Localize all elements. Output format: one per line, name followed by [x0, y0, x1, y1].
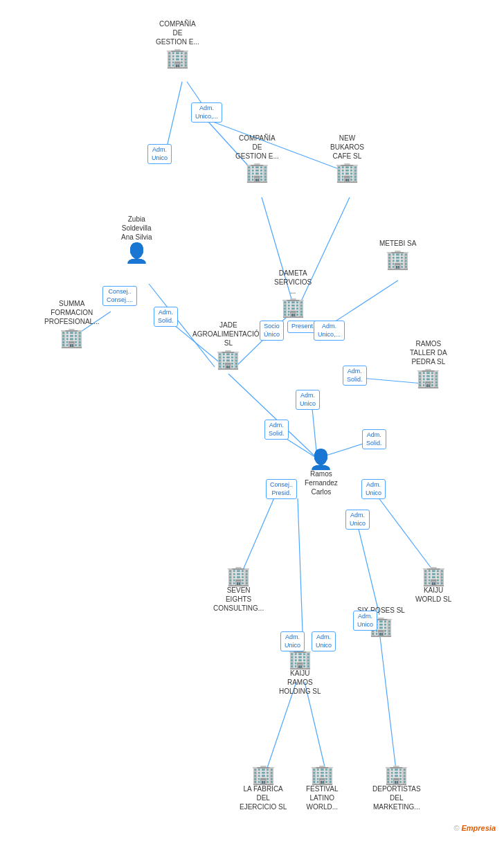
node-jade[interactable]: JADE AGROALIMENTACIÓN SL 🏢	[192, 321, 264, 369]
badge-adm-solid-zubia[interactable]: Adm.Solid.	[154, 307, 178, 327]
svg-line-14	[241, 492, 277, 575]
building-icon: 🏢	[310, 765, 334, 784]
badge-adm-unico-mid[interactable]: Adm.Unico	[296, 390, 320, 410]
building-icon: 🏢	[281, 298, 305, 317]
building-icon: 🏢	[165, 48, 190, 68]
person-icon: 👤	[309, 450, 333, 469]
node-compania-mid[interactable]: COMPAÑÍA DE GESTION E... 🏢	[235, 134, 279, 182]
building-icon: 🏢	[335, 163, 359, 182]
badge-adm-solid-3[interactable]: Adm.Solid.	[362, 429, 386, 449]
svg-line-21	[379, 631, 396, 770]
node-kaiju-ramos[interactable]: 🏢 KAIJU RAMOS HOLDING SL	[279, 649, 321, 698]
badge-adm-solid-2[interactable]: Adm.Solid.	[264, 420, 289, 440]
connections-svg	[0, 0, 504, 838]
brand-name: Empresia	[461, 824, 496, 832]
badge-adm-solid-1[interactable]: Adm.Solid.	[343, 366, 367, 386]
org-chart: COMPAÑÍA DE GESTION E... 🏢 COMPAÑÍA DE G…	[0, 0, 504, 838]
building-icon: 🏢	[422, 566, 446, 586]
badge-adm-unico-top[interactable]: Adm.Unico,...	[191, 102, 222, 123]
badge-adm-unico-kaiju1[interactable]: Adm.Unico	[280, 631, 305, 651]
building-icon: 🏢	[288, 649, 312, 669]
node-ramos-taller[interactable]: RAMOS TALLER DA PEDRA SL 🏢	[410, 339, 447, 388]
building-icon: 🏢	[245, 163, 269, 182]
building-icon-highlight: 🏢	[216, 350, 240, 369]
node-la-fabrica[interactable]: 🏢 LA FABRICA DEL EJERCICIO SL	[240, 765, 287, 813]
node-dameta[interactable]: DAMETA SERVICIOS ... 🏢	[274, 269, 312, 317]
badge-adm-unico-rfc1[interactable]: Adm.Unico	[361, 479, 386, 499]
building-icon: 🏢	[384, 765, 408, 784]
person-icon: 👤	[125, 244, 149, 263]
badge-adm-unico-zubia[interactable]: Adm.Unico	[147, 144, 172, 164]
svg-line-2	[211, 121, 350, 173]
node-ramos-fc[interactable]: 👤 Ramos Fernandez Carlos	[305, 450, 338, 498]
node-metebi[interactable]: METEBI SA 🏢	[379, 239, 416, 269]
building-icon: 🏢	[416, 368, 440, 388]
building-icon: 🏢	[60, 328, 84, 348]
svg-line-10	[228, 374, 317, 458]
node-deportistas[interactable]: 🏢 DEPORTISTAS DEL MARKETING...	[372, 765, 421, 813]
node-new-bukaros[interactable]: NEW BUKAROS CAFE SL 🏢	[330, 134, 364, 182]
badge-socio-unico[interactable]: SocioÚnico	[260, 321, 284, 341]
badge-adm-unico-kaiju2[interactable]: Adm.Unico	[312, 631, 336, 651]
svg-line-16	[357, 521, 379, 615]
footer: © Empresia	[453, 824, 496, 832]
badge-adm-unico-rfc2[interactable]: Adm.Unico	[345, 510, 370, 530]
building-icon: 🏢	[226, 566, 251, 586]
svg-line-15	[374, 492, 436, 575]
node-seven-eighths[interactable]: 🏢 SEVEN EIGHTS CONSULTING...	[213, 566, 264, 615]
svg-line-17	[298, 498, 303, 651]
copyright-symbol: ©	[453, 824, 459, 832]
node-summa[interactable]: SUMMA FORMACION PROFESIONAL... 🏢	[44, 299, 99, 348]
node-zubia[interactable]: Zubia Soldevilla Ana Silvia 👤	[121, 215, 152, 263]
node-kaiju-world[interactable]: 🏢 KAIJU WORLD SL	[415, 566, 451, 606]
building-icon: 🏢	[386, 250, 410, 269]
node-festival-latino[interactable]: 🏢 FESTIVAL LATINO WORLD...	[306, 765, 339, 813]
badge-adm-unico-sixroses[interactable]: Adm.Unico	[353, 611, 377, 631]
badge-adm-unico-dameta[interactable]: Adm.Unico,...	[314, 321, 345, 341]
badge-consej-summa[interactable]: Consej..Consej....	[102, 286, 137, 306]
badge-consej-presid[interactable]: Consej..Presid.	[266, 479, 297, 499]
building-icon: 🏢	[251, 765, 276, 784]
node-compania-top[interactable]: COMPAÑÍA DE GESTION E... 🏢	[156, 19, 199, 68]
